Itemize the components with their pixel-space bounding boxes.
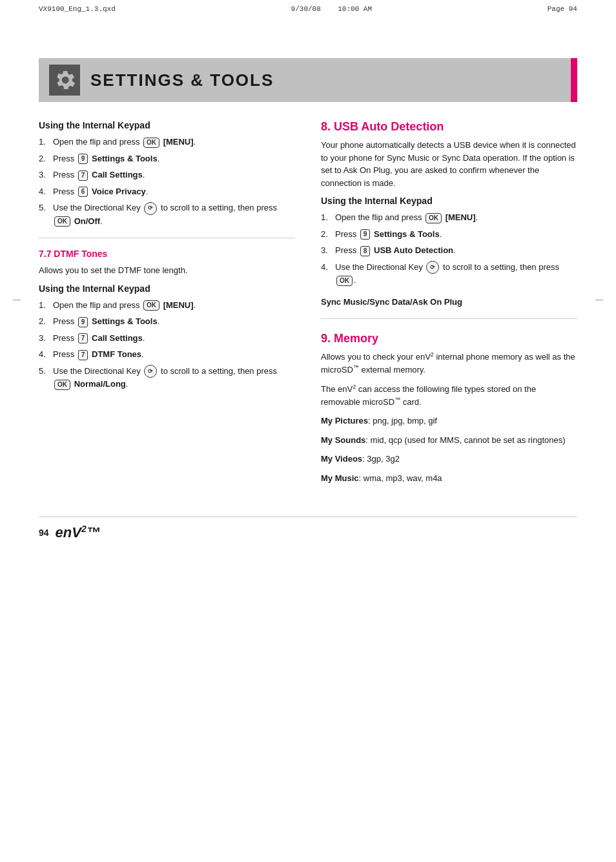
- num7b-icon-dtmf: 7: [78, 350, 88, 360]
- ok-icon-usb-1: OK: [426, 213, 442, 223]
- logo: enV2™: [56, 524, 101, 541]
- num9-icon: 9: [78, 154, 88, 164]
- nav-icon-dtmf: ⟳: [144, 365, 157, 378]
- ok-button-icon: OK: [143, 138, 159, 148]
- usb-keypad-title: Using the Internal Keypad: [321, 196, 577, 206]
- page-header: SETTINGS & TOOLS: [39, 58, 577, 102]
- nav-icon: ⟳: [144, 202, 157, 215]
- page-label: Page 94: [548, 5, 577, 13]
- file-header: VX9100_Eng_1.3.qxd 9/30/08 10:00 AM Page…: [39, 5, 577, 13]
- dtmf-steps: 1. Open the flip and press OK [MENU]. 2.…: [39, 299, 295, 391]
- num8-icon-usb: 8: [360, 246, 371, 256]
- memory-section-title: 9. Memory: [321, 332, 577, 345]
- file-type-sounds: My Sounds: mid, qcp (used for MMS, canno…: [321, 434, 577, 447]
- page-content: SETTINGS & TOOLS Using the Internal Keyp…: [0, 19, 616, 580]
- divider-1: [39, 238, 295, 238]
- usb-option-label: Sync Music/Sync Data/Ask On Plug: [321, 296, 577, 309]
- num7-icon-dtmf: 7: [78, 333, 88, 344]
- num6-icon: 6: [78, 187, 88, 197]
- dtmf-section: 7.7 DTMF Tones Allows you to set the DTM…: [39, 249, 295, 391]
- memory-description-2: The enV2 can access the following file t…: [321, 383, 577, 409]
- page-number: 94: [39, 528, 49, 538]
- step-5: 5. Use the Directional Key ⟳ to scroll t…: [39, 201, 295, 227]
- file-type-videos: My Videos: 3gp, 3g2: [321, 453, 577, 466]
- dtmf-step-5: 5. Use the Directional Key ⟳ to scroll t…: [39, 365, 295, 391]
- usb-steps: 1. Open the flip and press OK [MENU]. 2.…: [321, 211, 577, 287]
- num9-icon-usb: 9: [360, 229, 371, 240]
- using-keypad-title-2: Using the Internal Keypad: [39, 283, 295, 294]
- dtmf-step-2: 2. Press 9 Settings & Tools.: [39, 315, 295, 328]
- dtmf-step-1: 1. Open the flip and press OK [MENU].: [39, 299, 295, 312]
- step-3: 3. Press 7 Call Settings.: [39, 169, 295, 181]
- header-accent: [571, 58, 577, 102]
- step-2: 2. Press 9 Settings & Tools.: [39, 152, 295, 165]
- dtmf-title: 7.7 DTMF Tones: [39, 249, 295, 259]
- filename: VX9100_Eng_1.3.qxd: [39, 5, 116, 13]
- dtmf-description: Allows you to set the DTMF tone length.: [39, 264, 295, 277]
- margin-mark-left: [13, 300, 21, 300]
- usb-section-title: 8. USB Auto Detection: [321, 120, 577, 134]
- file-type-music: My Music: wma, mp3, wav, m4a: [321, 472, 577, 485]
- usb-step-2: 2. Press 9 Settings & Tools.: [321, 228, 577, 241]
- ok-icon-usb-2: OK: [336, 276, 353, 286]
- usb-description: Your phone automatically detects a USB d…: [321, 139, 577, 189]
- header-title: SETTINGS & TOOLS: [90, 70, 274, 90]
- env-superscript-2: 2: [353, 384, 356, 390]
- file-date: 9/30/08 10:00 AM: [291, 5, 372, 13]
- usb-step-3: 3. Press 8 USB Auto Detection.: [321, 244, 577, 257]
- num9-icon-dtmf: 9: [78, 317, 88, 327]
- env-superscript-1: 2: [431, 351, 434, 358]
- ok-icon-dtmf-2: OK: [54, 380, 70, 390]
- ok-button-icon-2: OK: [54, 216, 70, 227]
- dtmf-step-4: 4. Press 7 DTMF Tones.: [39, 348, 295, 361]
- gear-icon-box: [49, 65, 80, 96]
- step-1: 1. Open the flip and press OK [MENU].: [39, 136, 295, 149]
- nav-icon-usb: ⟳: [426, 261, 439, 274]
- gear-icon: [54, 70, 75, 90]
- memory-description-1: Allows you to check your enV2 internal p…: [321, 351, 577, 376]
- using-keypad-title-1: Using the Internal Keypad: [39, 120, 295, 130]
- num7-icon: 7: [78, 170, 88, 181]
- ok-icon-dtmf-1: OK: [143, 300, 159, 311]
- voice-privacy-steps: 1. Open the flip and press OK [MENU]. 2.…: [39, 136, 295, 227]
- file-type-pictures: My Pictures: png, jpg, bmp, gif: [321, 415, 577, 427]
- margin-mark-right: [595, 300, 603, 300]
- step-4: 4. Press 6 Voice Privacy.: [39, 185, 295, 198]
- trademark-2: ™: [395, 396, 400, 403]
- left-column: Using the Internal Keypad 1. Open the fl…: [39, 120, 295, 491]
- page-footer: 94 enV2™: [39, 517, 577, 541]
- usb-step-4: 4. Use the Directional Key ⟳ to scroll t…: [321, 261, 577, 287]
- trademark-1: ™: [353, 364, 359, 371]
- usb-step-1: 1. Open the flip and press OK [MENU].: [321, 211, 577, 224]
- logo-superscript: 2: [81, 524, 87, 534]
- content-columns: Using the Internal Keypad 1. Open the fl…: [39, 120, 577, 491]
- right-column: 8. USB Auto Detection Your phone automat…: [321, 120, 577, 491]
- dtmf-step-3: 3. Press 7 Call Settings.: [39, 332, 295, 345]
- divider-2: [321, 318, 577, 319]
